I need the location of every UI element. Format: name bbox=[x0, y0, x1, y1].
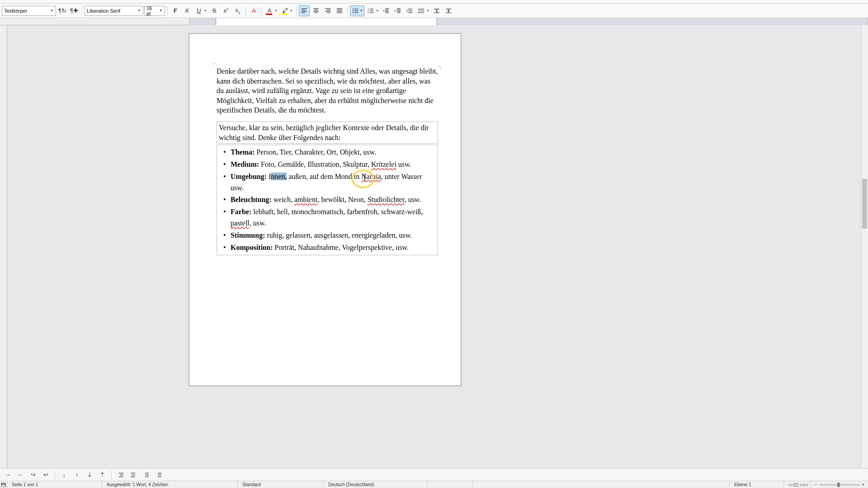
chevron-down-icon: ▼ bbox=[290, 9, 293, 12]
chevron-down-icon: ▼ bbox=[204, 9, 207, 12]
chevron-down-icon: ▼ bbox=[137, 9, 141, 13]
paragraph-new-icon: ¶✚ bbox=[70, 7, 78, 14]
numbered-list-button[interactable]: 123 ▼ bbox=[365, 5, 380, 16]
chevron-down-icon: ▼ bbox=[376, 9, 379, 12]
new-style-button[interactable]: ¶✚ bbox=[69, 5, 80, 16]
decrease-indent-icon bbox=[382, 7, 390, 14]
font-size-value: 16 pt bbox=[146, 5, 156, 16]
align-center-icon bbox=[312, 7, 320, 14]
separator bbox=[347, 6, 348, 15]
spacing-decrease-icon bbox=[445, 7, 452, 14]
strikethrough-button[interactable]: S bbox=[209, 5, 220, 16]
chevron-down-icon: ▼ bbox=[426, 9, 429, 12]
separator bbox=[296, 6, 297, 15]
paragraph-style-value: Textkörper bbox=[4, 8, 27, 14]
outdent-button[interactable] bbox=[381, 5, 392, 16]
align-right-icon bbox=[324, 7, 331, 14]
horizontal-ruler[interactable] bbox=[189, 18, 868, 25]
ruler-text-zone bbox=[216, 18, 437, 25]
chevron-down-icon: ▼ bbox=[360, 9, 363, 12]
underline-button[interactable]: U▼ bbox=[193, 5, 208, 16]
bullet-list-button[interactable]: ▼ bbox=[350, 5, 364, 16]
line-spacing-button[interactable]: ▼ bbox=[416, 5, 430, 16]
align-justify-icon bbox=[336, 7, 343, 14]
standard-toolbar-strip bbox=[0, 0, 868, 4]
svg-text:3: 3 bbox=[368, 11, 369, 14]
svg-point-1 bbox=[353, 10, 354, 11]
increase-para-spacing-button[interactable] bbox=[404, 5, 415, 16]
ruler-gutter bbox=[0, 18, 189, 25]
paragraph-update-icon: ¶↻ bbox=[58, 7, 66, 14]
bold-icon: F bbox=[174, 7, 177, 14]
line-spacing-icon bbox=[418, 7, 425, 14]
ruler-row bbox=[0, 18, 868, 25]
eraser-icon: A̶ bbox=[252, 7, 256, 14]
clear-formatting-button[interactable]: A̶ bbox=[248, 5, 259, 16]
subscript-button[interactable]: x2 bbox=[232, 5, 243, 16]
separator bbox=[245, 6, 246, 15]
spacing-increase-icon bbox=[433, 7, 440, 14]
font-color-swatch bbox=[266, 14, 272, 15]
update-style-button[interactable]: ¶↻ bbox=[57, 5, 68, 16]
chevron-down-icon: ▼ bbox=[50, 9, 54, 13]
bold-button[interactable]: F bbox=[170, 5, 181, 16]
ruler-right-margin bbox=[437, 18, 868, 25]
highlight-color-button[interactable]: 🖍▼ bbox=[279, 5, 294, 16]
font-size-combo[interactable]: 16 pt ▼ bbox=[144, 6, 165, 16]
italic-icon: K bbox=[185, 7, 189, 14]
separator bbox=[167, 6, 168, 15]
separator bbox=[82, 6, 82, 15]
highlight-color-swatch bbox=[281, 14, 288, 15]
formatting-toolbar: Textkörper ▼ ¶↻ ¶✚ Liberation Serif ▼ 16… bbox=[0, 4, 868, 18]
strike-icon: S bbox=[212, 7, 217, 14]
chevron-down-icon: ▼ bbox=[159, 9, 163, 13]
align-left-icon bbox=[301, 7, 308, 14]
paragraph-spacing-increase-icon bbox=[406, 7, 413, 14]
increase-spacing-button[interactable] bbox=[431, 5, 442, 16]
italic-button[interactable]: K bbox=[182, 5, 193, 16]
font-color-button[interactable]: A▼ bbox=[264, 5, 278, 16]
numbered-list-icon: 123 bbox=[367, 7, 374, 14]
subscript-icon: x2 bbox=[236, 7, 241, 15]
indent-button[interactable] bbox=[392, 5, 403, 16]
superscript-icon: x2 bbox=[224, 7, 229, 14]
font-name-combo[interactable]: Liberation Serif ▼ bbox=[85, 6, 143, 16]
chevron-down-icon: ▼ bbox=[274, 9, 278, 12]
underline-icon: U bbox=[197, 7, 201, 14]
bullet-list-icon bbox=[352, 7, 359, 14]
superscript-button[interactable]: x2 bbox=[221, 5, 231, 16]
decrease-spacing-button[interactable] bbox=[443, 5, 454, 16]
align-justify-button[interactable] bbox=[334, 5, 345, 16]
increase-indent-icon bbox=[394, 7, 401, 14]
align-right-button[interactable] bbox=[322, 5, 333, 16]
font-name-value: Liberation Serif bbox=[87, 8, 120, 14]
paragraph-style-combo[interactable]: Textkörper ▼ bbox=[2, 6, 56, 16]
ruler-left-margin bbox=[189, 18, 216, 25]
separator bbox=[261, 6, 262, 15]
align-left-button[interactable] bbox=[299, 5, 310, 16]
svg-point-0 bbox=[353, 8, 354, 9]
svg-point-2 bbox=[353, 12, 354, 13]
align-center-button[interactable] bbox=[311, 5, 321, 16]
